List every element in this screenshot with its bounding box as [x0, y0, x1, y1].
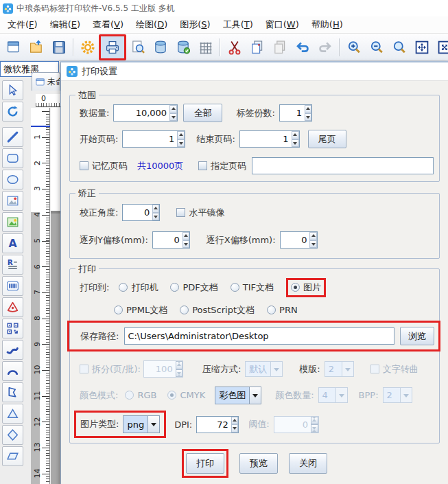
polygon-tool-button[interactable]	[2, 382, 23, 402]
color-map-dropdown-arrow[interactable]	[249, 387, 261, 404]
print-to-r2-radio[interactable]	[114, 306, 123, 314]
copy-button[interactable]	[246, 36, 268, 58]
parallelogram-tool-button[interactable]	[2, 446, 23, 466]
print-preview-button[interactable]	[126, 36, 149, 58]
rotate-tool-button[interactable]	[2, 102, 23, 122]
seal-tool-button[interactable]	[2, 297, 23, 317]
triangle-tool-button[interactable]	[2, 404, 23, 424]
print-button[interactable]: 打印	[186, 453, 224, 474]
menu-item-v[interactable]: 查看(V)	[86, 16, 130, 33]
col-y-offset-input[interactable]	[153, 232, 182, 248]
print-to-r1-radio[interactable]	[231, 283, 239, 292]
print-to-r1-radio[interactable]	[170, 283, 179, 292]
save-button[interactable]	[47, 36, 70, 58]
zoom-in-button[interactable]	[342, 36, 365, 58]
close-button[interactable]: 关闭	[289, 453, 327, 474]
split-checkbox[interactable]: 拆分(页/批):	[80, 363, 141, 376]
menu-item-e[interactable]: 编辑(E)	[44, 16, 86, 33]
print-to-r2-radio[interactable]	[180, 306, 189, 314]
text-tool-button[interactable]: A	[2, 233, 23, 253]
end-page-input[interactable]	[240, 131, 292, 147]
arc-tool-button[interactable]	[2, 361, 23, 381]
browse-button[interactable]: 浏览	[400, 327, 434, 345]
dpi-spin-buttons[interactable]	[231, 417, 238, 433]
end-page-spin-buttons[interactable]	[292, 131, 299, 147]
mirror-checkbox[interactable]: 水平镜像	[176, 207, 224, 219]
image-type-combo[interactable]: png	[123, 415, 160, 433]
data-count-spinner[interactable]	[113, 104, 178, 122]
undo-button[interactable]	[291, 36, 314, 58]
angle-spinner[interactable]	[122, 204, 160, 221]
new-document-button[interactable]	[2, 36, 25, 58]
select-cursor-button[interactable]	[2, 80, 23, 100]
start-page-spinner[interactable]	[122, 130, 185, 148]
data-count-spin-buttons[interactable]	[169, 105, 177, 121]
row-x-offset-spinner[interactable]	[280, 231, 318, 249]
menu-item-f[interactable]: 文件(F)	[1, 16, 44, 33]
cut-button[interactable]	[223, 36, 246, 58]
dpi-spinner[interactable]	[196, 416, 239, 433]
all-button[interactable]: 全部	[183, 104, 222, 122]
curve-tool-button[interactable]	[2, 340, 23, 360]
barcode-tool-button[interactable]	[2, 276, 23, 296]
specify-page-input[interactable]	[252, 157, 434, 174]
redo-button[interactable]	[314, 36, 336, 58]
color-map-combo[interactable]: 彩色图	[215, 387, 261, 404]
ellipse-tool-button[interactable]	[2, 170, 23, 189]
dialog-titlebar[interactable]: 打印设置	[61, 62, 448, 81]
menu-item-d[interactable]: 绘图(D)	[130, 16, 174, 33]
print-to-r2-option-1[interactable]: PPML文档	[114, 304, 167, 316]
picture-tool-button[interactable]	[2, 212, 23, 232]
database-import-button[interactable]	[172, 36, 194, 58]
document-tab[interactable]: 未命名1	[32, 72, 60, 91]
copies-input[interactable]	[280, 105, 305, 121]
settings-gear-button[interactable]	[76, 36, 99, 58]
qrcode-tool-button[interactable]	[2, 319, 23, 338]
line-tool-button[interactable]	[2, 127, 23, 147]
print-to-r2-option-3[interactable]: PRN	[267, 305, 298, 315]
zoom-tool-button[interactable]	[388, 36, 410, 58]
remember-page-checkbox[interactable]: 记忆页码	[80, 160, 128, 172]
last-page-button[interactable]: 尾页	[308, 130, 346, 148]
database-button[interactable]	[149, 36, 172, 58]
data-count-input[interactable]	[114, 105, 169, 121]
fit-window-button[interactable]	[433, 36, 448, 58]
diamond-tool-button[interactable]	[2, 425, 23, 445]
col-y-offset-spinner[interactable]	[152, 231, 190, 249]
col-y-offset-spin-buttons[interactable]	[182, 232, 189, 248]
rich-text-tool-button[interactable]: R	[2, 255, 23, 275]
image-tool-button[interactable]	[2, 191, 23, 211]
angle-spin-buttons[interactable]	[152, 205, 159, 220]
fit-content-button[interactable]	[410, 36, 433, 58]
menu-item-w[interactable]: 窗口(W)	[259, 16, 305, 33]
print-to-r1-option-2[interactable]: PDF文档	[170, 281, 217, 294]
rounded-rect-tool-button[interactable]	[2, 148, 23, 168]
specify-page-checkbox[interactable]: 指定页码	[198, 160, 246, 172]
save-path-input[interactable]	[124, 327, 394, 345]
copies-spin-buttons[interactable]	[305, 105, 311, 121]
print-to-r1-option-1[interactable]: 打印机	[119, 281, 158, 294]
paste-button[interactable]	[268, 36, 291, 58]
start-page-input[interactable]	[123, 131, 177, 147]
image-type-dropdown-arrow[interactable]	[148, 416, 159, 433]
print-to-r2-radio[interactable]	[267, 306, 276, 314]
angle-input[interactable]	[123, 205, 152, 220]
print-to-r2-option-2[interactable]: PostScript文档	[180, 304, 255, 316]
end-page-spinner[interactable]	[239, 130, 300, 148]
preview-button[interactable]: 预览	[239, 453, 278, 474]
print-button[interactable]	[99, 34, 126, 60]
menu-item-s[interactable]: 图形(S)	[174, 16, 216, 33]
grid-button[interactable]	[194, 36, 217, 58]
menu-item-h[interactable]: 帮助(H)	[305, 16, 349, 33]
open-file-button[interactable]	[25, 36, 47, 58]
start-page-spin-buttons[interactable]	[177, 131, 185, 147]
print-to-r1-radio[interactable]	[291, 283, 300, 292]
print-to-r1-option-3[interactable]: TIF文档	[231, 281, 274, 294]
row-x-offset-spin-buttons[interactable]	[309, 232, 316, 248]
row-x-offset-input[interactable]	[281, 232, 310, 248]
zoom-out-button[interactable]	[365, 36, 388, 58]
menu-item-t[interactable]: 工具(T)	[217, 16, 259, 33]
print-to-r1-radio[interactable]	[119, 283, 128, 292]
print-to-r1-option-4[interactable]: 图片	[291, 281, 321, 294]
dpi-input[interactable]	[197, 417, 231, 433]
